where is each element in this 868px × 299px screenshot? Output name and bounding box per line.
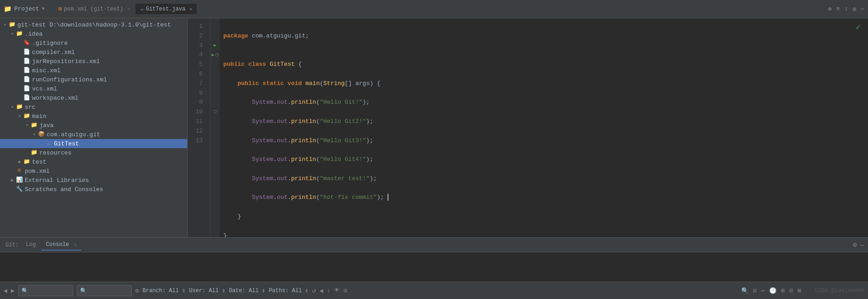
xml-icon-vcs: 📄 (23, 85, 30, 92)
bottom-tab-console[interactable]: Console ✕ (41, 240, 81, 251)
code-line-11: } (223, 212, 864, 222)
sidebar-item-main[interactable]: ▾ 📁 main (0, 112, 187, 121)
tab-pom-icon: m (59, 6, 62, 12)
line-num-11: 11 (188, 117, 206, 127)
code-line-6: System.out.println("Hello Git2!"); (223, 117, 864, 127)
nav-back-icon[interactable]: ◀ (4, 287, 7, 294)
watermark-text: CSDN @lavineeën (815, 288, 864, 294)
git-search-input2[interactable] (77, 285, 132, 296)
sidebar-item-test[interactable]: ▶ 📁 test (0, 157, 187, 166)
git-layout-icon[interactable]: ⊞ (781, 287, 785, 294)
tab-gittest-close[interactable]: ✕ (189, 6, 192, 12)
git-eye-icon[interactable]: 👁 (334, 287, 340, 294)
sidebar-item-scratches[interactable]: 🔧 Scratches and Consoles (0, 185, 187, 194)
arrow-test: ▶ (16, 159, 23, 165)
tab-gittest[interactable]: ☕ GitTest.java ✕ (135, 4, 197, 14)
git-grid-icon[interactable]: ⊡ (344, 287, 347, 294)
tab-pom-close[interactable]: ✕ (127, 6, 130, 12)
settings-icon[interactable]: ⚙ (852, 5, 856, 13)
line-num-10: 10 (188, 107, 206, 117)
sidebar-label-pom: pom.xml (25, 168, 50, 175)
tab-pom-label: pom.xml (git-test) (64, 6, 124, 12)
sidebar-label-run: runConfigurations.xml (32, 76, 107, 83)
git-search-right-icon[interactable]: 🔍 (741, 287, 749, 294)
line-num-6: 6 (188, 69, 206, 79)
refresh-icon[interactable]: ↺ (312, 287, 316, 294)
sidebar-item-compiler[interactable]: 📄 compiler.xml (0, 48, 187, 57)
sidebar-item-pkg[interactable]: ▾ 📦 com.atguigu.git (0, 130, 187, 139)
sidebar-item-gitignore[interactable]: 🔖 .gitignore (0, 38, 187, 48)
code-line-10: System.out.println("hot-fix commit"); (223, 193, 864, 203)
bottom-tab-log[interactable]: Log (22, 240, 41, 251)
gutter-run-4[interactable]: ▶⬡ (211, 50, 219, 60)
title-bar-left: 📁 Project ▼ (4, 5, 45, 13)
project-sidebar: ▾ 📁 git-test D:\downloads\hadoop-3.1.0\g… (0, 18, 188, 237)
git-branch-label[interactable]: Branch: All ⇕ (142, 287, 185, 294)
git-date-label[interactable]: Date: All ⇕ (229, 287, 265, 294)
sidebar-label-test: test (32, 159, 46, 166)
code-line-12: } (223, 231, 864, 237)
folder-icon-main: 📁 (23, 112, 30, 120)
git-search-input[interactable] (18, 285, 73, 296)
bottom-tab-console-close[interactable]: ✕ (74, 242, 77, 247)
gutter-bookmark-10[interactable]: ⬡ (213, 107, 217, 117)
sidebar-label-resources: resources (39, 150, 71, 156)
sidebar-item-workspace[interactable]: 📄 workspace.xml (0, 93, 187, 102)
config-list-icon[interactable]: ≡ (836, 5, 840, 12)
nav-forward-icon[interactable]: ▶ (11, 287, 15, 294)
git-left-icon[interactable]: ◀ (320, 287, 323, 294)
sidebar-item-misc[interactable]: 📄 misc.xml (0, 66, 187, 75)
git-sort-icon[interactable]: ↕ (327, 287, 330, 294)
git-paths-label[interactable]: Paths: All ⇕ (269, 287, 308, 294)
line-num-9: 9 (188, 98, 206, 107)
arrow-main: ▾ (16, 113, 23, 119)
git-settings-icon[interactable]: ⚙ (135, 287, 139, 294)
sidebar-item-resources[interactable]: 📁 resources (0, 148, 187, 157)
sidebar-item-src[interactable]: ▾ 📁 src (0, 102, 187, 112)
git-clock-icon[interactable]: 🕐 (769, 287, 776, 294)
arrow-idea: ▾ (9, 31, 16, 37)
add-config-icon[interactable]: ⊕ (828, 5, 832, 13)
gutter-run-3[interactable]: ▶ (214, 41, 216, 51)
git-filter-icon[interactable]: ⊟ (789, 287, 793, 294)
code-editor[interactable]: package com.atguigu.git; public class Gi… (220, 18, 868, 237)
folder-icon-resources: 📁 (30, 149, 38, 156)
sidebar-item-pom[interactable]: m pom.xml (0, 166, 187, 176)
project-dropdown-icon[interactable]: ▼ (42, 6, 45, 11)
line-num-2: 2 (188, 32, 206, 41)
minimize-icon[interactable]: — (861, 5, 864, 12)
sidebar-item-gittest-file[interactable]: ☕ GitTest (0, 139, 187, 148)
sidebar-item-git-test[interactable]: ▾ 📁 git-test D:\downloads\hadoop-3.1.0\g… (0, 20, 187, 29)
pom-icon: m (16, 167, 23, 175)
git-undo-icon[interactable]: ↩ (761, 287, 765, 294)
line-num-4: 4 (188, 50, 206, 60)
xml-icon-workspace: 📄 (23, 94, 30, 101)
sidebar-label-scratches: Scratches and Consoles (25, 186, 103, 193)
bottom-minimize-icon[interactable]: — (861, 241, 864, 249)
git-user-label[interactable]: User: All ⇕ (189, 287, 225, 294)
pin-icon[interactable]: ↕ (845, 5, 848, 12)
sidebar-item-jar-repos[interactable]: 📄 jarRepositories.xml (0, 57, 187, 66)
sidebar-item-idea[interactable]: ▾ 📁 .idea (0, 29, 187, 38)
code-line-8: System.out.println("Hello Git4!"); (223, 155, 864, 165)
tab-pom[interactable]: m pom.xml (git-test) ✕ (54, 4, 135, 14)
sidebar-item-run-configs[interactable]: 📄 runConfigurations.xml (0, 75, 187, 84)
sidebar-item-java[interactable]: ▾ 📁 java (0, 121, 187, 130)
tab-gittest-label: GitTest.java (146, 6, 185, 12)
java-file-icon: ☕ (45, 140, 52, 147)
sidebar-item-ext-libs[interactable]: ▶ 📊 External Libraries (0, 176, 187, 185)
arrow-java: ▾ (24, 123, 30, 128)
project-label[interactable]: Project (14, 5, 39, 12)
bottom-panel: Git: Log Console ✕ ⚙ — ◀ ▶ ⚙ Branch: All… (0, 237, 868, 299)
project-folder-icon: 📁 (4, 5, 11, 13)
bottom-tab-log-label: Log (26, 241, 36, 248)
xml-icon-run: 📄 (23, 76, 30, 83)
sidebar-item-vcs[interactable]: 📄 vcs.xml (0, 84, 187, 93)
git-more-icon[interactable]: ⊠ (798, 287, 801, 294)
title-bar-actions: ⊕ ≡ ↕ ⚙ — (828, 5, 864, 13)
code-line-7: System.out.println("Hello Git3!"); (223, 136, 864, 146)
code-line-5: System.out.println("Hello Git!"); (223, 98, 864, 107)
sidebar-label-compiler: compiler.xml (32, 49, 75, 56)
bottom-settings-icon[interactable]: ⚙ (853, 241, 857, 249)
git-collapse-icon[interactable]: ⊡ (753, 287, 757, 294)
